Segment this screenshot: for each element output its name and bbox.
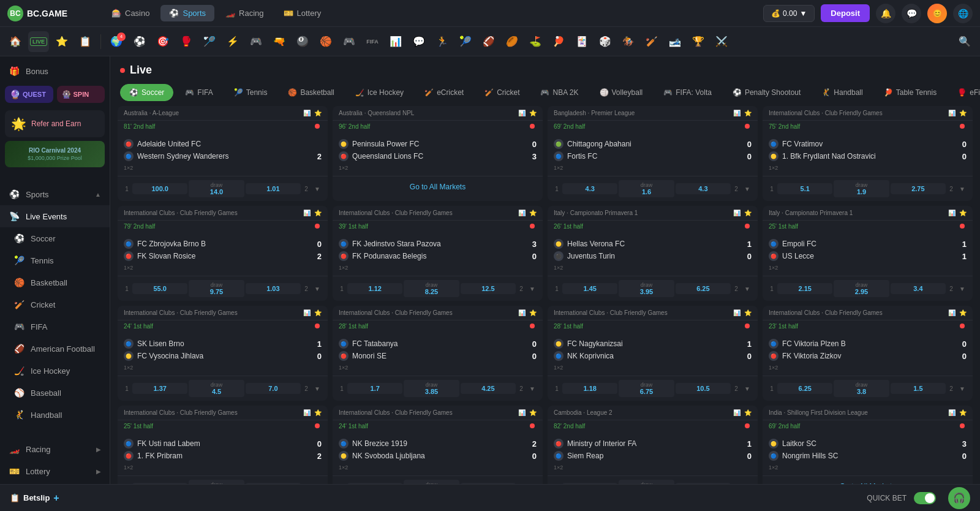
stats-icon[interactable]: 📊 — [733, 309, 741, 316]
tab-tennis[interactable]: 🎾 Tennis — [225, 84, 277, 101]
promo-banner[interactable]: RIO Carnival 2024 $1,000,000 Prize Pool — [5, 141, 105, 167]
sidebar-item-baseball[interactable]: ⚾ Baseball — [0, 382, 110, 404]
stats-icon[interactable]: 📊 — [948, 210, 956, 216]
sport-icon-boxing[interactable]: 🥊 — [176, 31, 197, 52]
odds-cell-draw[interactable]: draw 1.9 — [834, 180, 889, 197]
odds-expand[interactable]: ▼ — [742, 384, 753, 393]
sport-icon-world[interactable]: 🌍4 — [106, 31, 127, 52]
sport-icon-esports[interactable]: 🎮 — [246, 31, 266, 52]
sport-icon-target[interactable]: 🎯 — [153, 31, 173, 52]
sport-icon-home[interactable]: 🏠 — [5, 31, 26, 52]
fav-icon[interactable]: ⭐ — [529, 110, 537, 116]
sport-icon-ski[interactable]: 🎿 — [665, 31, 685, 52]
odds-cell-1[interactable]: 2.15 — [777, 283, 832, 294]
nav-racing[interactable]: 🏎️ Racing — [217, 5, 272, 21]
stats-icon[interactable]: 📊 — [518, 110, 526, 116]
tab-fifa-volta[interactable]: 🎮 FIFA: Volta — [654, 84, 721, 101]
chat-button[interactable]: 💬 — [902, 4, 921, 23]
stats-icon[interactable]: 📊 — [948, 309, 956, 316]
odds-expand[interactable]: ▼ — [312, 384, 323, 393]
odds-cell-draw[interactable]: draw 3.95 — [619, 280, 674, 297]
sidebar-item-bonus[interactable]: 🎁 Bonus — [0, 60, 110, 82]
odds-expand[interactable]: ▼ — [957, 184, 968, 194]
stats-icon[interactable]: 📊 — [518, 210, 526, 216]
odds-cell-draw[interactable]: draw 7.25 — [404, 480, 459, 484]
fav-icon[interactable]: ⭐ — [529, 309, 537, 316]
odds-cell-draw[interactable]: draw 14.0 — [189, 180, 244, 197]
odds-cell-draw[interactable]: draw 1.6 — [619, 180, 674, 197]
odds-cell-draw[interactable]: draw 8.0 — [619, 480, 674, 484]
odds-cell-2[interactable]: 7.0 — [246, 383, 301, 394]
odds-cell-draw[interactable]: draw 9.75 — [189, 280, 244, 297]
notifications-button[interactable]: 🔔 — [876, 4, 895, 23]
sport-icon-shooting[interactable]: 🔫 — [269, 31, 290, 52]
sport-icon-dice[interactable]: 🎲 — [595, 31, 616, 52]
sport-icon-trophy[interactable]: 🏆 — [688, 31, 709, 52]
sport-icon-sword[interactable]: ⚔️ — [711, 31, 732, 52]
sidebar-item-ice-hockey[interactable]: 🏒 Ice Hockey — [0, 360, 110, 382]
odds-cell-draw[interactable]: draw 3.85 — [404, 380, 459, 397]
stats-icon[interactable]: 📊 — [303, 309, 311, 316]
stats-icon[interactable]: 📊 — [948, 110, 956, 116]
odds-expand[interactable]: ▼ — [742, 184, 753, 194]
sidebar-item-live-events[interactable]: 📡 Live Events — [0, 205, 110, 227]
fav-icon[interactable]: ⭐ — [744, 110, 752, 116]
sidebar-item-cricket[interactable]: 🏏 Cricket — [0, 293, 110, 316]
odds-expand[interactable]: ▼ — [742, 284, 753, 293]
tab-cricket[interactable]: 🏏 Cricket — [475, 84, 529, 101]
sport-icon-table[interactable]: 🏓 — [548, 31, 569, 52]
odds-cell-draw[interactable]: draw 2.95 — [834, 280, 889, 297]
odds-cell-draw[interactable]: draw 4.5 — [189, 380, 244, 397]
sport-icon-lightning[interactable]: ⚡ — [222, 31, 243, 52]
fav-icon[interactable]: ⭐ — [314, 210, 322, 216]
sport-icon-horse[interactable]: 🏇 — [618, 31, 639, 52]
odds-expand[interactable]: ▼ — [527, 384, 538, 393]
odds-cell-1[interactable]: 5.1 — [777, 183, 832, 194]
sport-icon-chat2[interactable]: 💬 — [409, 31, 429, 52]
fav-icon[interactable]: ⭐ — [959, 409, 967, 416]
odds-cell-2[interactable]: 4.3 — [676, 183, 731, 194]
stats-icon[interactable]: 📊 — [733, 409, 741, 416]
fav-icon[interactable]: ⭐ — [314, 409, 322, 416]
sport-icon-badminton[interactable]: 🏸 — [199, 31, 220, 52]
odds-expand[interactable]: ▼ — [957, 384, 968, 393]
fav-icon[interactable]: ⭐ — [744, 210, 752, 216]
deposit-button[interactable]: Deposit — [821, 4, 870, 22]
sport-icon-pool[interactable]: 🎱 — [292, 31, 313, 52]
odds-cell-1[interactable]: 55.0 — [132, 283, 187, 294]
stats-icon[interactable]: 📊 — [303, 409, 311, 416]
odds-cell-1[interactable]: 1.18 — [562, 383, 617, 394]
tab-nba2k[interactable]: 🎮 NBA 2K — [531, 84, 587, 101]
sport-icon-fav[interactable]: ⭐ — [51, 31, 72, 52]
stats-icon[interactable]: 📊 — [303, 110, 311, 116]
sidebar-item-fifa[interactable]: 🎮 FIFA — [0, 316, 110, 338]
balance-button[interactable]: 💰 0.00 ▼ — [763, 5, 815, 22]
sidebar-item-soccer[interactable]: ⚽ Soccer — [0, 227, 110, 249]
odds-cell-2[interactable]: 3.4 — [891, 283, 946, 294]
sidebar-item-tennis[interactable]: 🎾 Tennis — [0, 249, 110, 271]
tab-table-tennis[interactable]: 🏓 Table Tennis — [875, 84, 946, 101]
stats-icon[interactable]: 📊 — [518, 409, 526, 416]
odds-cell-2[interactable]: 1.5 — [891, 383, 946, 394]
tab-soccer[interactable]: ⚽ Soccer — [120, 84, 173, 101]
odds-cell-2[interactable]: 2.75 — [891, 183, 946, 194]
nav-casino[interactable]: 🎰 Casino — [103, 5, 158, 21]
fav-icon[interactable]: ⭐ — [314, 309, 322, 316]
sidebar-item-american-football[interactable]: 🏈 American Football — [0, 338, 110, 360]
sport-icon-basketball[interactable]: 🏀 — [315, 31, 336, 52]
odds-cell-1[interactable]: 6.25 — [777, 383, 832, 394]
odds-cell-2[interactable]: 12.5 — [461, 283, 516, 294]
odds-cell-1[interactable]: 1.45 — [562, 283, 617, 294]
tab-volleyball[interactable]: 🏐 Volleyball — [590, 84, 652, 101]
odds-expand[interactable]: ▼ — [312, 184, 323, 194]
fav-icon[interactable]: ⭐ — [314, 110, 322, 116]
odds-cell-2[interactable]: 4.25 — [461, 383, 516, 394]
sport-icon-soccer[interactable]: ⚽ — [129, 31, 150, 52]
sidebar-item-sports[interactable]: ⚽ Sports ▲ — [0, 183, 110, 205]
sport-icon-run[interactable]: 🏃 — [432, 31, 453, 52]
tab-handball[interactable]: 🤾 Handball — [812, 84, 872, 101]
sport-icon-chart[interactable]: 📊 — [385, 31, 406, 52]
odds-expand[interactable]: ▼ — [527, 284, 538, 293]
stats-icon[interactable]: 📊 — [733, 210, 741, 216]
sport-icon-tennis[interactable]: 🎾 — [455, 31, 476, 52]
